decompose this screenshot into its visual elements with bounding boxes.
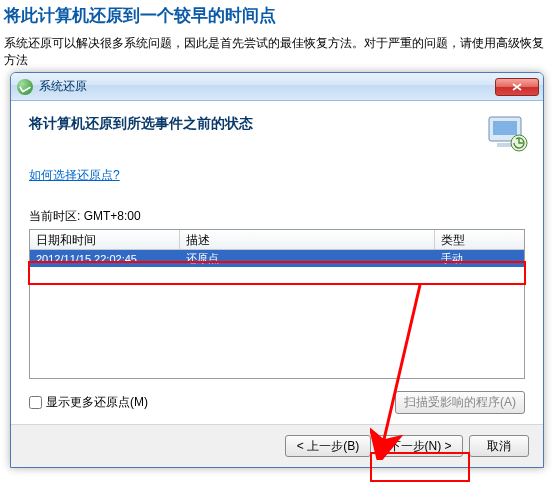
restore-points-table: 日期和时间 描述 类型 2012/11/15 22:02:45 还原点 手动 xyxy=(29,229,525,379)
page-description: 系统还原可以解决很多系统问题，因此是首先尝试的最佳恢复方法。对于严重的问题，请使… xyxy=(4,35,550,69)
table-row[interactable]: 2012/11/15 22:02:45 还原点 手动 xyxy=(30,250,524,267)
dialog-footer: < 上一步(B) 下一步(N) > 取消 xyxy=(11,424,543,467)
next-button[interactable]: 下一步(N) > xyxy=(377,435,463,457)
system-restore-icon xyxy=(17,79,33,95)
svg-rect-1 xyxy=(493,121,517,135)
column-date[interactable]: 日期和时间 xyxy=(30,230,180,249)
back-button[interactable]: < 上一步(B) xyxy=(285,435,371,457)
column-desc[interactable]: 描述 xyxy=(180,230,435,249)
table-header: 日期和时间 描述 类型 xyxy=(30,230,524,250)
timezone-label: 当前时区: xyxy=(29,209,80,223)
show-more-label: 显示更多还原点(M) xyxy=(46,394,148,411)
dialog-title: 系统还原 xyxy=(39,78,495,95)
timezone-row: 当前时区: GMT+8:00 xyxy=(29,208,525,225)
close-button[interactable] xyxy=(495,78,539,96)
titlebar[interactable]: 系统还原 xyxy=(11,73,543,101)
timezone-value: GMT+8:00 xyxy=(84,209,141,223)
restore-decor-icon xyxy=(481,113,529,155)
show-more-input[interactable] xyxy=(29,396,42,409)
scan-affected-button[interactable]: 扫描受影响的程序(A) xyxy=(395,391,525,414)
page-title: 将此计算机还原到一个较早的时间点 xyxy=(4,4,550,27)
show-more-checkbox[interactable]: 显示更多还原点(M) xyxy=(29,394,148,411)
dialog-heading: 将计算机还原到所选事件之前的状态 xyxy=(29,115,525,133)
close-icon xyxy=(512,83,522,91)
cancel-button[interactable]: 取消 xyxy=(469,435,529,457)
cell-type: 手动 xyxy=(435,250,524,267)
cell-date: 2012/11/15 22:02:45 xyxy=(30,252,180,266)
cell-desc: 还原点 xyxy=(180,250,435,267)
system-restore-dialog: 系统还原 将计算机还原到所选事件之前的状态 如何选择还原点? 当前时区: GMT… xyxy=(10,72,544,468)
column-type[interactable]: 类型 xyxy=(435,230,524,249)
help-link[interactable]: 如何选择还原点? xyxy=(29,167,120,184)
